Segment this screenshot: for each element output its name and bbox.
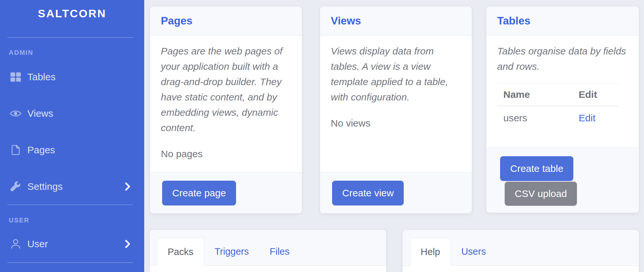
- sidebar-section-user: USER: [9, 217, 30, 224]
- packs-panel-body: [150, 266, 386, 272]
- file-icon: [9, 145, 22, 155]
- table-icon: [9, 72, 22, 82]
- sidebar-item-pages[interactable]: Pages: [9, 143, 134, 157]
- sidebar-divider: [7, 204, 133, 205]
- views-card-body: Views display data from tables. A view i…: [320, 36, 472, 129]
- views-empty-text: No views: [331, 118, 461, 129]
- sidebar-item-settings[interactable]: Settings: [9, 179, 134, 194]
- create-table-button[interactable]: Create table: [500, 156, 573, 181]
- column-header-edit: Edit: [572, 83, 619, 106]
- tab-files[interactable]: Files: [259, 238, 300, 265]
- sidebar-item-label: Tables: [27, 71, 56, 83]
- table-row-users: users Edit: [497, 106, 619, 130]
- eye-icon: [9, 109, 22, 118]
- tables-card-title: Tables: [497, 15, 530, 27]
- tables-description: Tables organise data by fields and rows.: [497, 43, 628, 74]
- app-brand[interactable]: SALTCORN: [0, 7, 144, 20]
- sidebar-section-admin: ADMIN: [9, 49, 34, 56]
- chevron-right-icon: [125, 239, 131, 249]
- table-name-cell: users: [497, 106, 572, 130]
- tables-list: Name Edit users Edit: [497, 83, 619, 130]
- tables-card-body: Tables organise data by fields and rows.…: [486, 36, 639, 130]
- tab-triggers[interactable]: Triggers: [204, 238, 259, 265]
- tables-card-header: Tables: [486, 7, 639, 36]
- sidebar-item-label: User: [27, 238, 48, 249]
- sidebar-divider: [7, 37, 133, 38]
- sidebar-item-label: Pages: [27, 144, 55, 156]
- create-view-button[interactable]: Create view: [332, 181, 404, 205]
- edit-users-table-link[interactable]: Edit: [579, 113, 595, 123]
- csv-upload-button[interactable]: CSV upload: [505, 182, 577, 206]
- views-card: Views Views display data from tables. A …: [320, 7, 472, 213]
- column-header-name: Name: [497, 83, 572, 106]
- sidebar-item-user[interactable]: User: [9, 237, 134, 251]
- pages-empty-text: No pages: [161, 148, 291, 159]
- wrench-icon: [9, 181, 22, 192]
- tab-help[interactable]: Help: [410, 238, 451, 266]
- views-card-title: Views: [331, 15, 361, 27]
- pages-card: Pages Pages are the web pages of your ap…: [150, 7, 302, 213]
- sidebar-item-label: Views: [27, 108, 53, 119]
- sidebar-item-views[interactable]: Views: [9, 106, 134, 121]
- tab-users[interactable]: Users: [451, 238, 497, 265]
- pages-card-body: Pages are the web pages of your applicat…: [150, 36, 302, 159]
- pages-card-title: Pages: [161, 15, 192, 27]
- person-icon: [9, 239, 22, 249]
- tables-list-header-row: Name Edit: [497, 83, 619, 106]
- tables-card: Tables Tables organise data by fields an…: [486, 7, 639, 213]
- views-card-header: Views: [320, 7, 472, 36]
- tab-packs[interactable]: Packs: [157, 238, 204, 266]
- saltcorn-admin-dashboard: SALTCORN ADMIN Tables Views: [0, 0, 644, 272]
- chevron-right-icon: [125, 182, 131, 191]
- packs-panel: Packs Triggers Files: [150, 230, 386, 272]
- packs-panel-tabs: Packs Triggers Files: [150, 230, 386, 266]
- sidebar: SALTCORN ADMIN Tables Views: [0, 0, 144, 272]
- pages-card-footer: Create page: [150, 172, 302, 213]
- help-panel-body: [403, 266, 639, 272]
- views-description: Views display data from tables. A view i…: [331, 43, 461, 105]
- sidebar-divider: [7, 262, 133, 263]
- pages-description: Pages are the web pages of your applicat…: [161, 43, 291, 135]
- views-card-footer: Create view: [320, 172, 472, 213]
- pages-card-header: Pages: [150, 7, 302, 36]
- help-panel-tabs: Help Users: [403, 230, 639, 266]
- sidebar-item-label: Settings: [27, 181, 63, 192]
- tables-card-footer: Create table CSV upload: [486, 147, 639, 213]
- create-page-button[interactable]: Create page: [162, 181, 236, 205]
- help-panel: Help Users: [403, 230, 639, 272]
- sidebar-item-tables[interactable]: Tables: [9, 70, 134, 84]
